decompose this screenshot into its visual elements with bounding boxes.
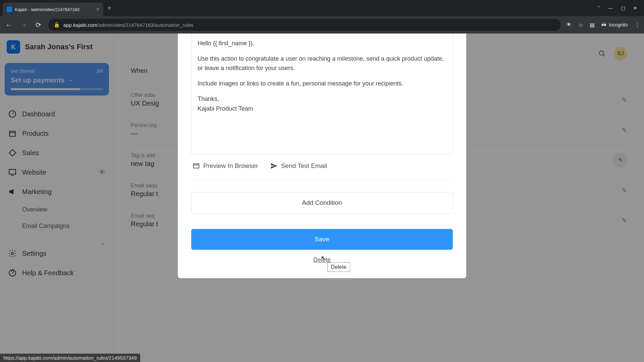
delete-wrapper: Delete ↖ Delete	[191, 256, 453, 263]
favicon	[7, 7, 12, 12]
lock-icon: 🔒	[54, 22, 60, 28]
new-tab-button[interactable]: +	[107, 4, 111, 12]
browser-tab-strip: Kajabi - /admin/sites/2147647163 × + ˅ ―…	[0, 0, 644, 16]
action-label: Send Test Email	[281, 162, 327, 170]
panel-icon[interactable]: ▤	[590, 22, 595, 28]
tab-dropdown-icon[interactable]: ˅	[598, 5, 600, 11]
url-field[interactable]: 🔒 app.kajabi.com/admin/sites/2147647163/…	[48, 19, 561, 31]
window-controls: ˅ ― ▢ ✕	[598, 5, 641, 11]
back-button[interactable]: ←	[4, 21, 13, 29]
incognito-icon: 🕶	[601, 22, 606, 27]
modal-actions: Preview In Browser Send Test Email	[191, 154, 453, 180]
app-root: K Sarah Jonas's First Get Started 3/4 Se…	[0, 34, 644, 362]
reload-button[interactable]: ⟳	[34, 21, 43, 29]
browser-icon	[193, 162, 200, 170]
save-button[interactable]: Save	[191, 229, 453, 250]
url-domain: app.kajabi.com	[63, 22, 97, 28]
incognito-badge[interactable]: 🕶 Incognito	[601, 22, 628, 27]
eye-off-icon[interactable]: 👁	[566, 22, 572, 28]
maximize-icon[interactable]: ▢	[621, 5, 625, 11]
add-condition-button[interactable]: Add Condition	[191, 192, 453, 214]
minimize-icon[interactable]: ―	[608, 5, 613, 11]
automation-modal: Hello {{ first_name }}, Use this action …	[178, 34, 466, 278]
bookmark-icon[interactable]: ☆	[578, 22, 583, 28]
url-path: /admin/sites/2147647163/automation_rules	[97, 22, 194, 28]
address-bar: ← → ⟳ 🔒 app.kajabi.com/admin/sites/21476…	[0, 16, 644, 34]
send-test-email-link[interactable]: Send Test Email	[270, 162, 327, 170]
status-bar: https://app.kajabi.com/admin/automation_…	[0, 354, 140, 362]
email-line: Kajabi Product Team	[198, 104, 446, 114]
close-window-icon[interactable]: ✕	[633, 5, 637, 11]
delete-link[interactable]: Delete	[313, 256, 331, 263]
tab-title: Kajabi - /admin/sites/2147647163	[15, 7, 94, 12]
delete-tooltip: Delete	[327, 262, 350, 272]
send-icon	[270, 162, 278, 170]
forward-button[interactable]: →	[19, 21, 28, 29]
email-line: Use this action to congratulate a user o…	[198, 54, 446, 73]
email-line: Hello {{ first_name }},	[198, 39, 446, 48]
modal-overlay[interactable]: Hello {{ first_name }}, Use this action …	[0, 34, 644, 362]
action-label: Preview In Browser	[203, 162, 258, 170]
preview-in-browser-link[interactable]: Preview In Browser	[193, 162, 258, 170]
menu-icon[interactable]: ⋮	[635, 22, 640, 28]
email-body-editor[interactable]: Hello {{ first_name }}, Use this action …	[191, 34, 453, 154]
email-line: Include images or links to create a fun,…	[198, 79, 446, 88]
close-tab-icon[interactable]: ×	[96, 6, 99, 12]
browser-tab[interactable]: Kajabi - /admin/sites/2147647163 ×	[3, 3, 103, 16]
svg-rect-6	[194, 164, 199, 168]
email-line: Thanks,	[198, 95, 446, 104]
